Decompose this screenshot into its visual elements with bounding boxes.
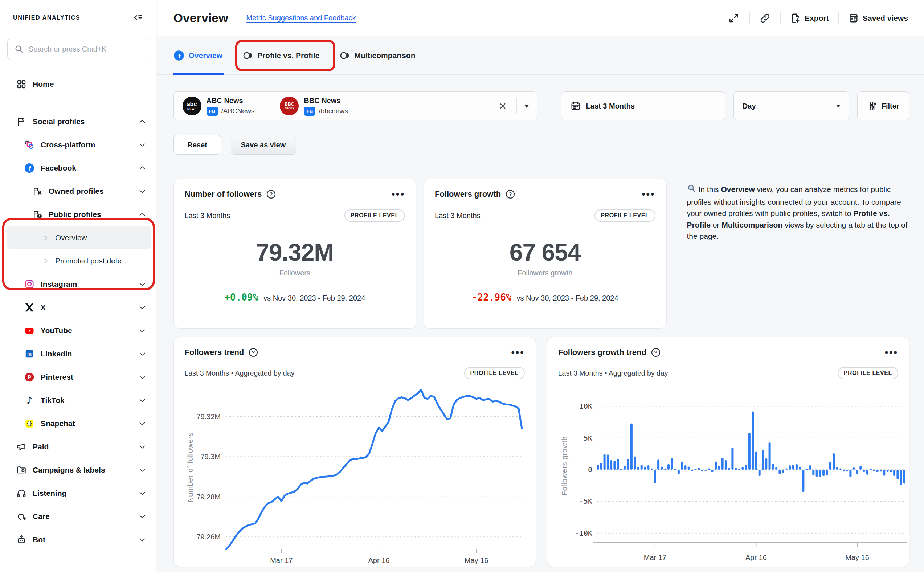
- chevron-down-icon: [138, 141, 146, 149]
- caret-down-icon: [835, 104, 841, 108]
- kpi-card-followers-growth: Followers growth ? ••• Last 3 Months PRO…: [424, 179, 667, 329]
- followers-trend-line-chart: 79.26M79.28M79.3M79.32MMar 17Apr 16May 1…: [183, 381, 531, 566]
- sidebar-item-x[interactable]: X: [0, 296, 156, 319]
- svg-text:79.3M: 79.3M: [200, 452, 221, 460]
- kpi-unit: Followers: [185, 269, 405, 277]
- tab-label: Multicomparison: [354, 51, 415, 60]
- card-menu-icon[interactable]: •••: [391, 191, 405, 197]
- sidebar-item-pinterest[interactable]: P Pinterest: [0, 365, 156, 389]
- svg-text:?: ?: [509, 191, 512, 197]
- help-icon[interactable]: ?: [505, 189, 516, 199]
- card-title: Number of followers: [185, 190, 262, 199]
- chevron-down-icon: [138, 489, 146, 497]
- svg-text:79.26M: 79.26M: [196, 533, 221, 541]
- filter-button[interactable]: Filter: [857, 92, 910, 121]
- clear-selection-icon[interactable]: [498, 102, 507, 110]
- chevron-down-icon: [138, 303, 146, 311]
- profile-selector[interactable]: abc NEWS ABC News FB /ABCNews: [174, 92, 537, 121]
- instagram-icon: [24, 279, 35, 290]
- sidebar-item-youtube[interactable]: YouTube: [0, 319, 156, 342]
- link-icon[interactable]: [759, 12, 771, 24]
- granularity-label: Day: [742, 102, 756, 110]
- saved-views-label: Saved views: [863, 14, 908, 22]
- svg-text:f: f: [178, 52, 181, 60]
- kpi-unit: Followers growth: [435, 269, 655, 277]
- sidebar-item-paid[interactable]: Paid: [0, 435, 156, 459]
- date-range-picker[interactable]: Last 3 Months: [561, 92, 725, 121]
- sidebar-item-listening[interactable]: Listening: [0, 482, 156, 505]
- search-input[interactable]: [29, 45, 148, 53]
- chevron-down-icon: [138, 326, 146, 335]
- svg-text:May 16: May 16: [464, 556, 488, 564]
- caret-down-icon[interactable]: [524, 104, 530, 108]
- sidebar-item-cross-platform[interactable]: Cross-platform: [0, 133, 156, 156]
- kpi-card-number-of-followers: Number of followers ? ••• Last 3 Months …: [174, 179, 417, 329]
- cross-platform-icon: [24, 139, 35, 150]
- megaphone-icon: [16, 441, 27, 452]
- sidebar-item-facebook[interactable]: f Facebook: [0, 156, 156, 180]
- sidebar-item-instagram[interactable]: Instagram: [0, 273, 156, 296]
- heart-plus-icon: [16, 511, 27, 522]
- sidebar-item-bot[interactable]: Bot: [0, 528, 156, 551]
- page-header: Overview Metric Suggestions and Feedback…: [157, 0, 924, 36]
- tab-profile-vs-profile[interactable]: Profile vs. Profile: [243, 36, 320, 75]
- sidebar-item-social-profiles[interactable]: Social profiles: [0, 110, 156, 133]
- saved-views-button[interactable]: Saved views: [848, 13, 908, 23]
- sidebar-item-campaigns-labels[interactable]: Campaigns & labels: [0, 459, 156, 482]
- chevron-down-icon: [138, 396, 146, 404]
- help-icon[interactable]: ?: [248, 347, 258, 358]
- help-icon[interactable]: ?: [266, 189, 276, 199]
- export-icon: [790, 13, 801, 23]
- chevron-down-icon: [138, 187, 146, 195]
- avatar: BBC NEWS: [280, 96, 299, 115]
- profile-level-badge: PROFILE LEVEL: [345, 210, 405, 222]
- sidebar-item-linkedin[interactable]: in LinkedIn: [0, 342, 156, 365]
- chart-card-followers-growth-trend: Followers growth trend ? ••• Last 3 Mont…: [547, 337, 910, 567]
- reset-button[interactable]: Reset: [174, 135, 221, 155]
- metric-suggestions-link[interactable]: Metric Suggestions and Feedback: [246, 14, 356, 22]
- profile-level-badge: PROFILE LEVEL: [838, 367, 898, 379]
- export-button[interactable]: Export: [790, 13, 829, 23]
- overview-info-note: In this Overview view, you can analyze m…: [687, 179, 910, 242]
- granularity-select[interactable]: Day: [733, 92, 849, 121]
- svg-text:-5K: -5K: [579, 497, 592, 505]
- svg-text:79.32M: 79.32M: [196, 413, 221, 421]
- date-range-label: Last 3 Months: [586, 102, 635, 110]
- sidebar-divider: [7, 104, 148, 105]
- sidebar-item-tiktok[interactable]: ♪ TikTok: [0, 389, 156, 412]
- sidebar-item-care[interactable]: Care: [0, 505, 156, 528]
- profile-level-badge: PROFILE LEVEL: [595, 210, 655, 222]
- chevron-down-icon: [138, 350, 146, 358]
- sidebar-item-public-profiles[interactable]: Public profiles: [0, 203, 156, 226]
- sidebar-item-home[interactable]: Home: [0, 73, 156, 96]
- tab-overview[interactable]: f Overview: [174, 36, 222, 75]
- sidebar-item-snapchat[interactable]: Snapchat: [0, 412, 156, 435]
- kpi-value: 79.32M: [185, 238, 405, 266]
- help-icon[interactable]: ?: [651, 347, 661, 358]
- svg-text:79.28M: 79.28M: [196, 493, 221, 501]
- kpi-value: 67 654: [435, 238, 655, 266]
- main-area: Overview Metric Suggestions and Feedback…: [157, 0, 924, 572]
- chevron-up-icon: [138, 164, 146, 172]
- expand-icon[interactable]: [728, 12, 740, 24]
- card-menu-icon[interactable]: •••: [511, 350, 525, 355]
- toolbar-divider: [839, 12, 839, 24]
- bullet-square-icon: [43, 259, 47, 263]
- sidebar-item-owned-profiles[interactable]: Owned profiles: [0, 180, 156, 203]
- collapse-sidebar-icon[interactable]: [132, 12, 143, 23]
- card-menu-icon[interactable]: •••: [641, 191, 655, 197]
- export-label: Export: [804, 14, 829, 22]
- tab-multicomparison[interactable]: Multicomparison: [340, 36, 415, 75]
- card-menu-icon[interactable]: •••: [885, 350, 898, 355]
- sidebar-item-overview[interactable]: Overview: [7, 226, 151, 249]
- kpi-change-percent: -22.96%: [472, 292, 512, 303]
- profile-chip-bbc-news: BBC NEWS BBC News FB /bbcnews: [280, 96, 348, 116]
- save-as-view-button[interactable]: Save as view: [231, 135, 296, 155]
- svg-text:May 16: May 16: [845, 553, 869, 561]
- home-grid-icon: [16, 79, 27, 90]
- kpi-compare-range: vs Nov 30, 2023 - Feb 29, 2024: [516, 294, 618, 302]
- sidebar-item-promoted-post-detection[interactable]: Promoted post dete…: [0, 249, 156, 273]
- app-logo: UNIFIED ANALYTICS: [13, 14, 80, 21]
- chevron-down-icon: [138, 536, 146, 544]
- sidebar: UNIFIED ANALYTICS Home Social profiles: [0, 0, 156, 572]
